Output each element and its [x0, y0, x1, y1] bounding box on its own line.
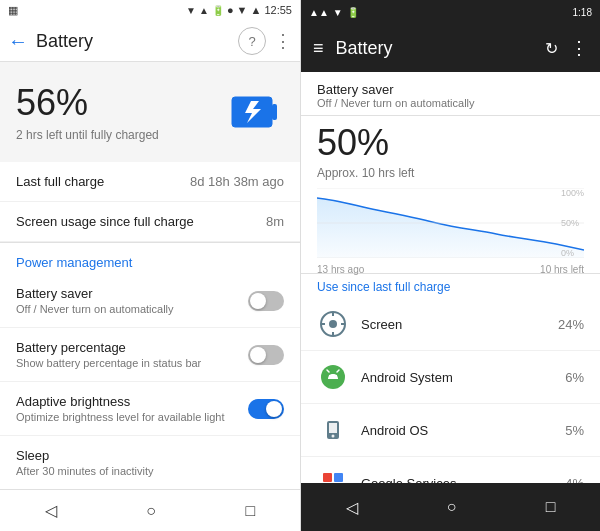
nav-bar-right: ◁ ○ □: [301, 483, 600, 531]
chart-time-left: 13 hrs ago: [317, 264, 364, 275]
chart-label-50: 50%: [561, 218, 584, 228]
recent-nav-button[interactable]: □: [246, 502, 256, 520]
nav-bar-left: ◁ ○ □: [0, 489, 300, 531]
approx-time: Approx. 10 hrs left: [301, 166, 600, 188]
back-button[interactable]: ←: [8, 30, 28, 53]
battery-percent: 56%: [16, 82, 159, 124]
notification-icon: ▦: [8, 4, 18, 17]
sleep-setting[interactable]: Sleep After 30 minutes of inactivity: [0, 436, 300, 489]
screen-usage-label: Screen usage since full charge: [16, 214, 194, 229]
battery-summary: 56% 2 hrs left until fully charged: [0, 62, 300, 162]
battery-saver-title-right: Battery saver: [317, 82, 584, 97]
right-panel: ▲▲ ▼ 🔋 1:18 ≡ Battery ↻ ⋮ Battery saver …: [300, 0, 600, 531]
battery-saver-sub-right: Off / Never turn on automatically: [317, 97, 584, 109]
android-os-label: Android OS: [361, 423, 565, 438]
battery-percentage-setting[interactable]: Battery percentage Show battery percenta…: [0, 328, 300, 382]
status-bar-left: ▦ ▼ ▲ 🔋 ● ▼ ▲ 12:55: [0, 0, 300, 21]
battery-percentage-title: Battery percentage: [16, 340, 248, 355]
wifi-icon: ▼: [186, 5, 196, 16]
usage-item-google-services[interactable]: Google Services 4%: [301, 457, 600, 483]
menu-icon[interactable]: ≡: [313, 38, 324, 59]
page-title-right: Battery: [336, 38, 533, 59]
svg-point-19: [332, 435, 335, 438]
adaptive-brightness-title: Adaptive brightness: [16, 394, 248, 409]
info-section: Last full charge 8d 18h 38m ago Screen u…: [0, 162, 300, 243]
power-management-header: Power management: [0, 243, 300, 274]
google-services-pct: 4%: [565, 476, 584, 484]
last-full-charge-value: 8d 18h 38m ago: [190, 174, 284, 189]
sleep-title: Sleep: [16, 448, 284, 463]
screen-usage-row: Screen usage since full charge 8m: [0, 202, 300, 242]
usage-item-screen[interactable]: Screen 24%: [301, 298, 600, 351]
use-since-header: Use since last full charge: [301, 273, 600, 298]
svg-rect-21: [334, 473, 343, 482]
google-services-icon: [317, 467, 349, 483]
usage-item-android-system[interactable]: Android System 6%: [301, 351, 600, 404]
adaptive-brightness-toggle[interactable]: [248, 399, 284, 419]
wifi-icon-right: ▼: [333, 7, 343, 18]
svg-rect-1: [272, 104, 277, 120]
last-full-charge-row: Last full charge 8d 18h 38m ago: [0, 162, 300, 202]
battery-chart: 100% 50% 0% 13 hrs ago 10 hrs left: [317, 188, 584, 273]
battery-saver-title: Battery saver: [16, 286, 248, 301]
screen-pct: 24%: [558, 317, 584, 332]
signal-icon: ▲: [199, 5, 209, 16]
android-os-icon: [317, 414, 349, 446]
more-options-icon-right[interactable]: ⋮: [570, 37, 588, 59]
usage-list: Screen 24% Android System 6%: [301, 298, 600, 483]
sleep-sub: After 30 minutes of inactivity: [16, 465, 284, 477]
status-time-right: 1:18: [573, 7, 592, 18]
battery-status-icon: 🔋: [212, 5, 224, 16]
adaptive-brightness-sub: Optimize brightness level for available …: [16, 411, 248, 423]
battery-icon: [224, 82, 284, 142]
battery-saver-info[interactable]: Battery saver Off / Never turn on automa…: [301, 72, 600, 116]
chart-time-right: 10 hrs left: [540, 264, 584, 275]
screen-icon: [317, 308, 349, 340]
status-bar-right: ▲▲ ▼ 🔋 1:18: [301, 0, 600, 24]
android-os-pct: 5%: [565, 423, 584, 438]
refresh-icon[interactable]: ↻: [545, 39, 558, 58]
recent-nav-button-right[interactable]: □: [546, 498, 556, 516]
battery-saver-toggle[interactable]: [248, 291, 284, 311]
android-system-pct: 6%: [565, 370, 584, 385]
android-system-label: Android System: [361, 370, 565, 385]
time-left: ● ▼ ▲ 12:55: [227, 4, 292, 16]
svg-rect-20: [323, 473, 332, 482]
page-title-left: Battery: [36, 31, 238, 52]
battery-percent-right: 50%: [301, 116, 600, 166]
screen-usage-value: 8m: [266, 214, 284, 229]
svg-point-13: [329, 375, 331, 377]
chart-label-100: 100%: [561, 188, 584, 198]
svg-rect-18: [329, 423, 337, 433]
signal-icon-right: ▲▲: [309, 7, 329, 18]
more-options-icon[interactable]: ⋮: [274, 30, 292, 52]
google-services-label: Google Services: [361, 476, 565, 484]
usage-item-android-os[interactable]: Android OS 5%: [301, 404, 600, 457]
svg-point-7: [329, 320, 337, 328]
toolbar-left: ← Battery ? ⋮: [0, 21, 300, 63]
home-nav-button-right[interactable]: ○: [447, 498, 457, 516]
svg-point-14: [335, 375, 337, 377]
chart-label-0: 0%: [561, 248, 584, 258]
status-icons: ▼ ▲ 🔋 ● ▼ ▲ 12:55: [186, 4, 292, 16]
back-nav-button[interactable]: ◁: [45, 501, 57, 520]
screen-label: Screen: [361, 317, 558, 332]
adaptive-brightness-setting[interactable]: Adaptive brightness Optimize brightness …: [0, 382, 300, 436]
home-nav-button[interactable]: ○: [146, 502, 156, 520]
left-panel: ▦ ▼ ▲ 🔋 ● ▼ ▲ 12:55 ← Battery ? ⋮ 56% 2 …: [0, 0, 300, 531]
android-system-icon: [317, 361, 349, 393]
battery-saver-sub: Off / Never turn on automatically: [16, 303, 248, 315]
battery-saver-setting[interactable]: Battery saver Off / Never turn on automa…: [0, 274, 300, 328]
battery-icon-right: 🔋: [347, 7, 359, 18]
battery-percentage-toggle[interactable]: [248, 345, 284, 365]
last-full-charge-label: Last full charge: [16, 174, 104, 189]
back-nav-button-right[interactable]: ◁: [346, 498, 358, 517]
battery-percentage-sub: Show battery percentage in status bar: [16, 357, 248, 369]
help-icon[interactable]: ?: [238, 27, 266, 55]
toolbar-right: ≡ Battery ↻ ⋮: [301, 24, 600, 72]
battery-time-left: 2 hrs left until fully charged: [16, 128, 159, 142]
